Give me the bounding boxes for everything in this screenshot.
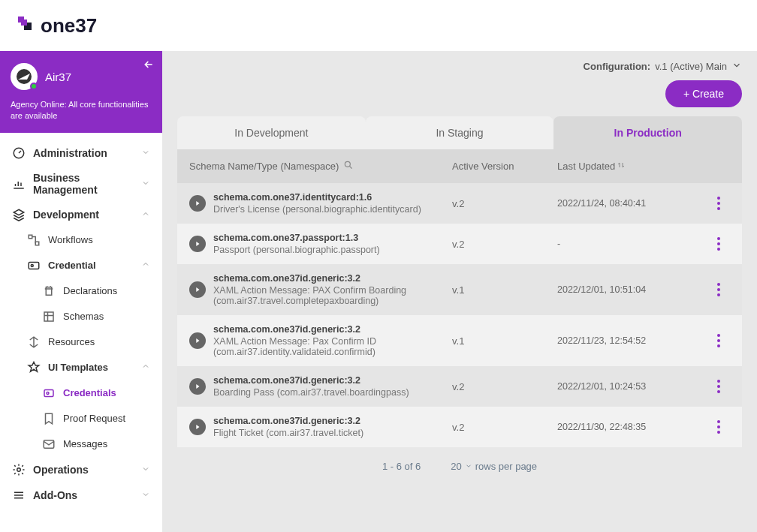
sidebar-item-label: Development	[33, 209, 99, 221]
svg-rect-9	[44, 312, 53, 321]
tab-in-development[interactable]: In Development	[177, 116, 366, 149]
chart-icon	[12, 177, 26, 191]
sidebar-item-label: Workflows	[48, 234, 93, 245]
chevron-down-icon	[141, 178, 150, 190]
chevron-up-icon	[141, 260, 150, 271]
sidebar-item-schemas[interactable]: Schemas	[0, 304, 162, 329]
expand-row-icon[interactable]	[189, 236, 206, 252]
config-selector[interactable]: Configuration: v.1 (Active) Main	[177, 60, 742, 73]
app-header: one37	[0, 0, 757, 51]
expand-row-icon[interactable]	[189, 195, 206, 212]
table-row: schema.com.one37id.generic:3.2 XAML Acti…	[177, 264, 742, 315]
expand-row-icon[interactable]	[189, 378, 206, 395]
rows-per-page-selector[interactable]: 20 rows per page	[451, 461, 537, 472]
sidebar-item-declarations[interactable]: Declarations	[0, 278, 162, 304]
schema-desc: XAML Action Message: PAX Confirm Boardin…	[213, 285, 452, 306]
proof-icon	[42, 412, 56, 425]
sidebar-item-label: Credentials	[63, 387, 116, 398]
layers-icon	[12, 208, 26, 221]
config-value: v.1 (Active) Main	[655, 61, 727, 72]
more-icon	[717, 197, 720, 210]
column-header-version: Active Version	[452, 161, 557, 172]
sidebar-item-addons[interactable]: Add-Ons	[0, 482, 162, 508]
schema-table: Schema Name/Type (Namespace) Active Vers…	[177, 149, 742, 447]
schema-updated: 2022/12/01, 10:51:04	[557, 284, 707, 295]
sidebar-item-resources[interactable]: Resources	[0, 329, 162, 355]
credentials-icon	[42, 386, 56, 400]
collapse-sidebar-icon[interactable]	[143, 59, 155, 74]
schema-updated: 2022/11/30, 22:48:35	[557, 422, 707, 432]
row-actions-menu[interactable]	[707, 334, 730, 347]
sidebar-item-operations[interactable]: Operations	[0, 457, 162, 482]
table-header: Schema Name/Type (Namespace) Active Vers…	[177, 149, 742, 183]
templates-icon	[27, 361, 41, 374]
chevron-down-icon	[141, 147, 150, 159]
tab-in-staging[interactable]: In Staging	[366, 116, 554, 149]
schema-version: v.2	[452, 239, 557, 250]
main-content: Configuration: v.1 (Active) Main + Creat…	[162, 51, 757, 532]
schema-desc: Flight Ticket (com.air37.travel.ticket)	[213, 428, 452, 438]
sidebar-item-development[interactable]: Development	[0, 202, 162, 227]
logo-icon	[18, 17, 36, 35]
chevron-down-icon	[731, 60, 742, 73]
column-header-updated: Last Updated	[557, 161, 615, 172]
sidebar-item-label: Credential	[48, 260, 96, 271]
expand-row-icon[interactable]	[189, 419, 206, 435]
schema-name: schema.com.one37id.generic:3.2	[213, 416, 452, 426]
schema-updated: 2022/11/24, 08:40:41	[557, 198, 707, 209]
sidebar-item-workflows[interactable]: Workflows	[0, 227, 162, 253]
tabs: In Development In Staging In Production	[177, 116, 742, 149]
schemas-icon	[42, 310, 56, 323]
sidebar-item-label: Declarations	[63, 285, 117, 296]
schema-desc: XAML Action Message: Pax Confirm ID (com…	[213, 336, 452, 357]
sidebar-item-proof-request[interactable]: Proof Request	[0, 406, 162, 431]
schema-version: v.1	[452, 335, 557, 347]
schema-updated: -	[557, 239, 707, 249]
sidebar-item-ui-templates[interactable]: UI Templates	[0, 355, 162, 380]
chevron-down-icon	[141, 464, 150, 476]
sidebar-item-administration[interactable]: Administration	[0, 140, 162, 166]
row-actions-menu[interactable]	[707, 197, 730, 210]
schema-name: schema.com.one37id.generic:3.2	[213, 324, 452, 335]
svg-rect-5	[29, 235, 32, 239]
table-row: schema.com.one37id.generic:3.2 XAML Acti…	[177, 315, 742, 366]
pagination: 1 - 6 of 6 20 rows per page	[177, 447, 742, 485]
search-icon[interactable]	[343, 160, 354, 173]
sidebar-item-label: Schemas	[63, 311, 104, 322]
create-button[interactable]: + Create	[665, 80, 742, 107]
more-icon	[717, 380, 720, 393]
table-row: schema.com.one37.identitycard:1.6 Driver…	[177, 183, 742, 224]
sidebar-nav: Administration Business Management Devel…	[0, 133, 162, 515]
sidebar-item-credentials[interactable]: Credentials	[0, 380, 162, 406]
more-icon	[717, 283, 720, 296]
rows-label: rows per page	[475, 461, 537, 472]
sidebar-item-label: UI Templates	[48, 362, 108, 373]
row-actions-menu[interactable]	[707, 283, 730, 296]
svg-point-8	[31, 264, 33, 266]
schema-desc: Boarding Pass (com.air37.travel.boarding…	[213, 387, 452, 398]
schema-version: v.1	[452, 284, 557, 296]
schema-name: schema.com.one37.passport:1.3	[213, 233, 452, 243]
sort-icon[interactable]	[617, 161, 626, 172]
expand-row-icon[interactable]	[189, 332, 206, 349]
chevron-down-icon	[465, 461, 472, 472]
sidebar-item-business[interactable]: Business Management	[0, 166, 162, 202]
row-actions-menu[interactable]	[707, 420, 730, 434]
row-actions-menu[interactable]	[707, 237, 730, 251]
schema-name: schema.com.one37id.generic:3.2	[213, 273, 452, 284]
svg-rect-2	[21, 20, 27, 26]
messages-icon	[42, 437, 56, 451]
row-actions-menu[interactable]	[707, 380, 730, 393]
expand-row-icon[interactable]	[189, 281, 206, 298]
sidebar-item-credential[interactable]: Credential	[0, 253, 162, 278]
sidebar-header: Air37 Agency Online: All core functional…	[0, 51, 162, 133]
svg-point-13	[17, 468, 21, 472]
sidebar-item-messages[interactable]: Messages	[0, 431, 162, 457]
agency-status: Agency Online: All core functionalities …	[11, 99, 152, 122]
sidebar-item-label: Administration	[33, 147, 107, 159]
tab-in-production[interactable]: In Production	[553, 116, 742, 149]
schema-version: v.2	[452, 198, 557, 209]
table-row: schema.com.one37id.generic:3.2 Flight Ti…	[177, 407, 742, 447]
sidebar-item-label: Proof Request	[63, 413, 125, 424]
sidebar-item-label: Add-Ons	[33, 489, 77, 501]
